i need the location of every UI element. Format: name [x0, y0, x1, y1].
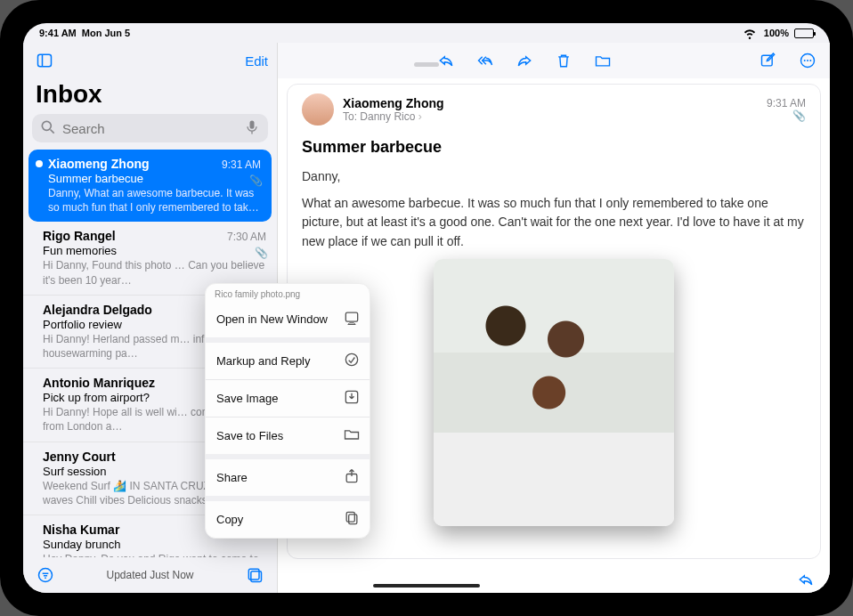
save-down-icon [343, 388, 359, 409]
context-menu-item[interactable]: Share [206, 459, 370, 496]
filter-button[interactable] [34, 563, 57, 587]
row-sender: Alejandra Delgado [43, 303, 152, 317]
paperclip-icon: 📎 [255, 247, 268, 259]
svg-line-3 [51, 129, 54, 133]
context-menu-item[interactable]: Save to Files [206, 417, 370, 454]
body-paragraph: Danny, [302, 167, 806, 187]
svg-point-6 [39, 569, 53, 582]
row-preview: Danny, What an awesome barbecue. It was … [48, 186, 261, 215]
svg-point-16 [809, 60, 811, 61]
edit-button[interactable]: Edit [245, 53, 268, 69]
screen: 9:41 AM Mon Jun 5 100% Edit [23, 23, 830, 593]
show-mailboxes-button[interactable] [32, 48, 57, 73]
menu-item-label: Share [216, 471, 248, 484]
row-sender: Rigo Rangel [43, 229, 116, 243]
context-menu-item[interactable]: Copy [206, 501, 370, 538]
attachment-image[interactable] [434, 259, 674, 526]
menu-item-label: Save to Files [216, 429, 283, 442]
battery-icon [794, 28, 814, 38]
svg-rect-17 [345, 312, 357, 321]
row-sender: Nisha Kumar [43, 523, 119, 537]
window-icon [343, 309, 359, 329]
ipad-frame: 9:41 AM Mon Jun 5 100% Edit [0, 0, 853, 616]
row-time: 7:30 AM [227, 231, 266, 243]
attachment-icon: 📎 [770, 109, 806, 122]
avatar[interactable] [302, 93, 334, 126]
search-icon [39, 118, 57, 139]
context-menu-item[interactable]: Save Image [206, 380, 370, 417]
context-menu-item[interactable]: Open in New Window [206, 301, 370, 337]
svg-point-15 [807, 60, 808, 61]
context-menu-title: Rico family photo.png [206, 284, 370, 301]
row-sender: Jenny Court [43, 450, 116, 464]
message-time: 9:31 AM [767, 97, 806, 109]
context-menu-item[interactable]: Markup and Reply [206, 343, 370, 379]
battery-percent: 100% [764, 28, 789, 38]
sync-status: Updated Just Now [106, 569, 193, 581]
svg-point-2 [42, 121, 51, 130]
menu-item-label: Open in New Window [216, 312, 328, 326]
svg-rect-22 [349, 515, 357, 524]
copy-icon [343, 509, 359, 530]
share-icon [343, 467, 359, 488]
status-date: Mon Jun 5 [82, 28, 130, 38]
menu-item-label: Save Image [216, 392, 278, 405]
status-bar: 9:41 AM Mon Jun 5 100% [23, 23, 830, 43]
home-indicator[interactable] [373, 584, 480, 588]
row-preview: Hey Danny, Do you and Rigo want to come … [43, 552, 266, 557]
multitask-grabber[interactable] [414, 62, 439, 67]
row-sender: Xiaomeng Zhong [48, 157, 150, 171]
forward-button[interactable] [515, 51, 534, 70]
chevron-right-icon[interactable]: › [418, 110, 422, 123]
paperclip-icon: 📎 [249, 174, 263, 187]
message-body[interactable]: Danny, What an awesome barbecue. It was … [302, 167, 806, 526]
folder-icon [343, 426, 359, 446]
search-input[interactable] [62, 121, 238, 136]
row-subject: Fun memories [43, 244, 266, 257]
quick-reply-button[interactable] [796, 570, 816, 589]
dictation-icon[interactable] [243, 118, 261, 139]
row-subject: Sunday brunch [43, 538, 266, 551]
wifi-icon [741, 23, 759, 44]
compose-button[interactable] [759, 51, 778, 70]
move-button[interactable] [593, 51, 613, 70]
from-name[interactable]: Xiaomeng Zhong [343, 96, 758, 110]
mail-app: Edit Inbox Xiaomeng Zhong 9:31 AM Summer… [23, 43, 830, 593]
svg-rect-0 [38, 54, 52, 66]
row-subject: Summer barbecue [48, 172, 261, 185]
status-time: 9:41 AM [39, 28, 77, 38]
menu-item-label: Markup and Reply [216, 354, 311, 368]
row-sender: Antonio Manriquez [43, 376, 155, 390]
reply-all-button[interactable] [475, 51, 495, 70]
message-row[interactable]: Xiaomeng Zhong 9:31 AM Summer barbecue D… [28, 150, 272, 222]
row-time: 9:31 AM [222, 158, 261, 171]
message-subject: Summer barbecue [302, 138, 806, 157]
mailbox-title: Inbox [23, 78, 277, 114]
more-button[interactable] [798, 51, 817, 70]
markup-icon [343, 351, 359, 371]
trash-button[interactable] [554, 51, 573, 70]
search-field[interactable] [32, 114, 268, 142]
to-name[interactable]: Danny Rico [360, 110, 415, 123]
svg-point-18 [345, 353, 357, 365]
attachment-context-menu: Rico family photo.png Open in New Window… [205, 283, 370, 539]
svg-point-14 [804, 60, 806, 61]
compose-sheet-button[interactable] [243, 563, 266, 587]
body-paragraph: What an awesome barbecue. It was so much… [302, 194, 806, 252]
menu-item-label: Copy [216, 513, 243, 526]
unread-dot [36, 160, 43, 167]
reply-button[interactable] [436, 51, 456, 70]
svg-rect-21 [346, 512, 354, 522]
to-label: To: [343, 110, 357, 123]
svg-rect-4 [250, 120, 255, 128]
message-toolbar [278, 43, 830, 78]
